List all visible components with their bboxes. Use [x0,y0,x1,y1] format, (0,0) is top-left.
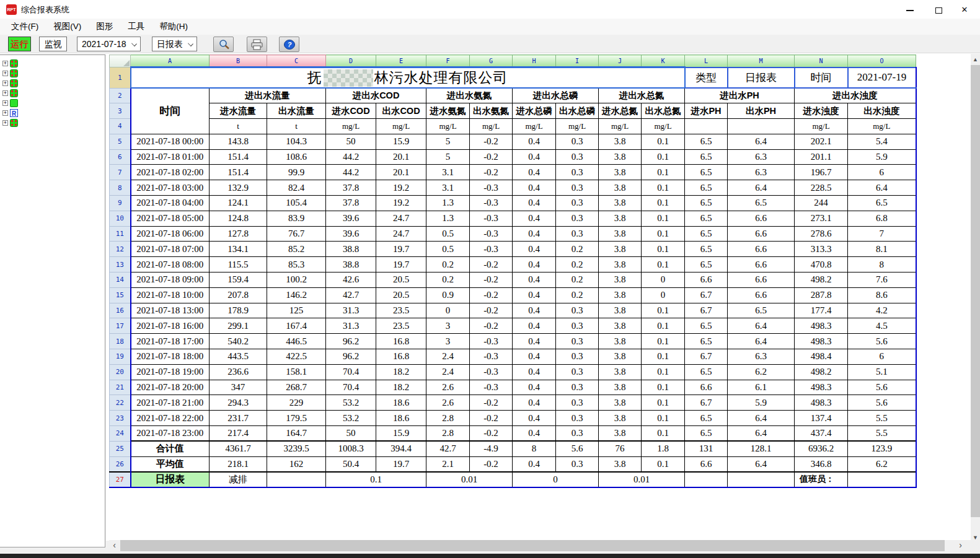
cell-A23[interactable]: 2021-07-18 22:00 [131,411,210,426]
group-header[interactable]: 进出水氨氮 [426,88,513,103]
sub-header[interactable]: 出水浊度 [848,103,916,119]
cell-H25[interactable]: 8 [513,441,556,456]
cell-I9[interactable]: 0.3 [556,196,599,211]
cell-E21[interactable]: 18.2 [376,380,426,395]
cell-O19[interactable]: 6 [848,349,916,365]
row-header-26[interactable]: 26 [110,456,131,472]
cell-K26[interactable]: 0.1 [642,456,685,472]
cell-N27[interactable]: 值班员： [795,472,848,487]
cell-B17[interactable]: 299.1 [210,318,267,334]
row-header-3[interactable]: 3 [110,103,131,119]
cell-J25[interactable]: 76 [599,441,642,456]
cell-J6[interactable]: 3.8 [599,149,642,165]
cell-B23[interactable]: 231.7 [210,411,267,426]
cell-D22[interactable]: 53.2 [326,395,376,411]
cell-K25[interactable]: 1.8 [642,441,685,456]
cell-G25[interactable]: -4.9 [470,441,513,456]
cell-M7[interactable]: 6.3 [728,165,795,180]
cell-D19[interactable]: 96.2 [326,349,376,365]
row-header-19[interactable]: 19 [110,349,131,365]
cell-K14[interactable]: 0 [642,272,685,288]
cell-G19[interactable]: -0.3 [470,349,513,365]
cell-J16[interactable]: 3.8 [599,303,642,318]
cell-O23[interactable]: 5.5 [848,411,916,426]
cell-A26[interactable]: 平均值 [131,456,210,472]
cell-L5[interactable]: 6.5 [685,134,728,149]
cell-C23[interactable]: 179.5 [267,411,326,426]
cell-F20[interactable]: 2.4 [426,364,470,380]
cell-O6[interactable]: 5.9 [848,149,916,165]
cell-E6[interactable]: 20.1 [376,149,426,165]
cell-N21[interactable]: 498.3 [795,380,848,395]
row-header-27[interactable]: 27 [110,472,131,487]
row-header-23[interactable]: 23 [110,411,131,426]
cell-F16[interactable]: 0 [426,303,470,318]
sidebar-item[interactable]: + [2,88,105,98]
cell-F5[interactable]: 5 [426,134,470,149]
cell-D5[interactable]: 50 [326,134,376,149]
row-header-1[interactable]: 1 [110,68,131,89]
cell-O20[interactable]: 5.1 [848,364,916,380]
cell-F24[interactable]: 2.8 [426,426,470,442]
cell-H13[interactable]: 0.4 [513,257,556,272]
cell-M20[interactable]: 6.2 [728,364,795,380]
sub-header[interactable]: 出水总磷 [556,103,599,119]
cell-L18[interactable]: 6.5 [685,334,728,349]
cell-M19[interactable]: 6.3 [728,349,795,365]
horizontal-scroll-thumb[interactable] [120,540,945,551]
cell-L21[interactable]: 6.6 [685,380,728,395]
cell-K9[interactable]: 0.1 [642,196,685,211]
cell-E11[interactable]: 24.7 [376,226,426,242]
cell-E17[interactable]: 23.5 [376,318,426,334]
cell-K22[interactable]: 0.1 [642,395,685,411]
cell-L10[interactable]: 6.5 [685,211,728,226]
cell-F10[interactable]: 1.3 [426,211,470,226]
cell-F18[interactable]: 3 [426,334,470,349]
cell-N20[interactable]: 498.2 [795,364,848,380]
cell-N17[interactable]: 498.3 [795,318,848,334]
cell-J14[interactable]: 3.8 [599,272,642,288]
col-header-O[interactable]: O [848,55,916,68]
row-header-8[interactable]: 8 [110,180,131,196]
expand-plus-icon[interactable]: + [2,90,8,96]
cell-J24[interactable]: 3.8 [599,426,642,442]
cell-M21[interactable]: 6.1 [728,380,795,395]
cell-B24[interactable]: 217.4 [210,426,267,442]
cell-F7[interactable]: 3.1 [426,165,470,180]
scroll-up-icon[interactable]: ▲ [971,54,980,64]
cell-J19[interactable]: 3.8 [599,349,642,365]
group-header[interactable]: 进出水流量 [210,88,326,103]
cell-C26[interactable]: 162 [267,456,326,472]
cell-E26[interactable]: 19.7 [376,456,426,472]
cell-D15[interactable]: 42.7 [326,287,376,303]
cell-H24[interactable]: 0.4 [513,426,556,442]
sidebar-item[interactable]: + [2,98,105,108]
expand-plus-icon[interactable]: + [2,81,8,86]
row-header-22[interactable]: 22 [110,395,131,411]
cell-F6[interactable]: 5 [426,149,470,165]
cell-H14[interactable]: 0.4 [513,272,556,288]
cell-N13[interactable]: 470.8 [795,257,848,272]
cell-L23[interactable]: 6.5 [685,411,728,426]
cell-F23[interactable]: 2.8 [426,411,470,426]
cell-J15[interactable]: 3.8 [599,287,642,303]
cell-H15[interactable]: 0.4 [513,287,556,303]
unit-cell[interactable]: t [210,119,267,134]
unit-cell[interactable]: mg/L [599,119,642,134]
expand-plus-icon[interactable]: + [2,100,8,106]
sub-header[interactable]: 出水氨氮 [470,103,513,119]
row-header-9[interactable]: 9 [110,196,131,211]
sub-header[interactable]: 进水总磷 [513,103,556,119]
cell-C12[interactable]: 85.2 [267,242,326,257]
sub-header[interactable]: 进水氨氮 [426,103,470,119]
cell-M11[interactable]: 6.6 [728,226,795,242]
cell-I7[interactable]: 0.3 [556,165,599,180]
row-header-12[interactable]: 12 [110,242,131,257]
cell-O26[interactable]: 6.2 [848,456,916,472]
row-header-4[interactable]: 4 [110,119,131,134]
cell-E16[interactable]: 23.5 [376,303,426,318]
cell-M27[interactable] [728,472,795,487]
cell-J12[interactable]: 3.8 [599,242,642,257]
cell-L9[interactable]: 6.5 [685,196,728,211]
group-header[interactable]: 进出水浊度 [795,88,916,103]
